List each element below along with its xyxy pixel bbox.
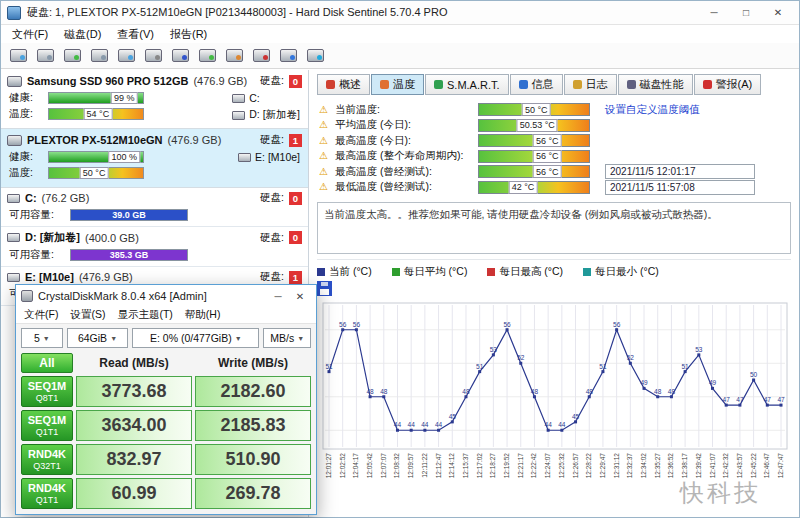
legend-item[interactable]: 每日平均 (°C) [392,265,468,279]
partition-label: D: [新加卷] [249,108,300,122]
tab-log[interactable]: 日志 [564,74,617,95]
health-label: 健康: [9,91,43,105]
health-value: 99 % [111,92,138,104]
titlebar: 硬盘: 1, PLEXTOR PX-512M10eGN [P0213448000… [1,1,799,25]
target-drive-select[interactable]: E: 0% (0/477GiB)▼ [132,328,259,348]
svg-text:12:43:57: 12:43:57 [736,453,743,479]
menu-item[interactable]: 文件(F) [5,26,55,43]
toolbar-button[interactable] [249,45,273,67]
temperature-gauge: 50 °C [478,103,590,116]
temperature-warning-icon: ⚠ [317,105,330,115]
partition-icon [232,94,245,103]
test-size-select[interactable]: 64GiB▼ [67,328,129,348]
toolbar-button[interactable] [6,45,30,67]
save-chart-icon[interactable] [317,281,332,296]
svg-text:12:29:47: 12:29:47 [599,453,606,479]
cdm-menu-item[interactable]: 设置(S) [64,307,111,323]
legend-marker-icon [392,268,400,276]
window-title: 硬盘: 1, PLEXTOR PX-512M10eGN [P0213448000… [27,5,693,20]
legend-item[interactable]: 每日最小 (°C) [583,265,659,279]
volume-header: D: [新加卷](400.0 GB)硬盘:0 [7,230,302,245]
tab-alerts[interactable]: 警报(A) [694,74,762,95]
window-control-button[interactable]: ✕ [763,4,793,22]
volume-capacity: (76.2 GB) [42,192,90,204]
temperature-gauge: 56 °C [478,165,590,178]
toolbar-button[interactable] [222,45,246,67]
test-button-rnd4k-q32t1[interactable]: RND4KQ32T1 [21,444,73,475]
toolbar-button[interactable] [303,45,327,67]
svg-text:12:46:47: 12:46:47 [763,453,770,479]
volume-name: C: [25,192,37,204]
temperature-gauge: 56 °C [478,134,590,147]
legend-item[interactable]: 每日最高 (°C) [487,265,563,279]
temperature-warning-icon: ⚠ [317,151,330,161]
disk-item[interactable]: PLEXTOR PX-512M10eGN(476.9 GB)硬盘:1健康:100… [1,129,308,188]
svg-text:51: 51 [476,363,484,370]
toolbar-button[interactable] [195,45,219,67]
window-control-button[interactable]: ─ [699,4,729,22]
svg-text:12:19:52: 12:19:52 [503,453,510,479]
volume-item[interactable]: C:(76.2 GB)硬盘:0可用容量:39.0 GB [1,188,308,227]
test-queue-thread: Q1T1 [36,495,59,505]
toolbar-button[interactable] [276,45,300,67]
svg-text:12:45:22: 12:45:22 [750,453,757,479]
set-custom-threshold-link[interactable]: 设置自定义温度阈值 [605,103,700,117]
unit-select[interactable]: MB/s▼ [263,328,311,348]
tab-smart[interactable]: S.M.A.R.T. [425,74,509,95]
disk-item[interactable]: Samsung SSD 960 PRO 512GB(476.9 GB)硬盘:0健… [1,70,308,129]
svg-text:12:31:12: 12:31:12 [613,453,620,479]
screen: 硬盘: 1, PLEXTOR PX-512M10eGN [P0213448000… [0,0,800,518]
temperature-date-note: 2021/11/5 12:01:17 [605,164,755,179]
menu-item[interactable]: 查看(V) [110,26,161,43]
tab-label: 概述 [339,77,361,92]
cdm-window-control-button[interactable]: ✕ [289,288,311,304]
volume-item[interactable]: D: [新加卷](400.0 GB)硬盘:0可用容量:385.3 GB [1,227,308,267]
temperature-warning-icon: ⚠ [317,182,330,192]
cdm-window-control-button[interactable]: ─ [267,288,289,304]
tab-info[interactable]: 信息 [510,74,563,95]
toolbar-button[interactable] [114,45,138,67]
test-button-rnd4k-q1t1[interactable]: RND4KQ1T1 [21,478,73,509]
disk-number-badge: 0 [289,192,302,205]
tab-overview[interactable]: 概述 [317,74,370,95]
read-result-cell: 60.99 [76,478,192,509]
temperature-advisory: 当前温度太高。。推荐您如果可能, 请使用硬盘冷却设备 (例如风扇或被动式散热器)… [317,202,791,254]
cdm-menu-item[interactable]: 显示主题(T) [111,307,178,323]
temperature-gauge-value: 42 °C [509,181,538,194]
all-tests-button[interactable]: All [21,353,73,373]
window-control-button[interactable]: □ [731,4,761,22]
tab-label: S.M.A.R.T. [447,79,500,91]
menu-item[interactable]: 磁盘(D) [57,26,108,43]
temperature-gauge-value: 50.53 °C [517,119,558,132]
partition-item[interactable]: D: [新加卷] [232,108,300,122]
test-button-seq1m-q1t1[interactable]: SEQ1MQ1T1 [21,410,73,441]
toolbar-button[interactable] [168,45,192,67]
svg-text:45: 45 [572,413,580,420]
test-count-select[interactable]: 5▼ [21,328,63,348]
legend-item[interactable]: 当前 (°C) [317,265,372,279]
svg-text:12:14:12: 12:14:12 [448,453,455,479]
select-value: MB/s [270,332,294,344]
svg-text:12:38:17: 12:38:17 [681,453,688,479]
svg-text:12:02:52: 12:02:52 [339,453,346,479]
toolbar-button[interactable] [33,45,57,67]
svg-text:56: 56 [339,321,347,328]
crystaldiskmark-window: CrystalDiskMark 8.0.4 x64 [Admin] ─✕ 文件(… [15,284,317,515]
partition-item[interactable]: C: [232,92,300,104]
volume-name: D: [新加卷] [25,230,80,245]
toolbar-button[interactable] [141,45,165,67]
disk-number-badge: 0 [289,231,302,244]
svg-text:51: 51 [599,363,607,370]
tab-temperature[interactable]: 温度 [371,74,424,95]
partition-item[interactable]: E: [M10e] [238,151,300,163]
toolbar-button[interactable] [87,45,111,67]
menu-item[interactable]: 报告(R) [163,26,214,43]
svg-text:12:25:32: 12:25:32 [558,453,565,479]
cdm-menu-item[interactable]: 文件(F) [18,307,64,323]
test-button-seq1m-q8t1[interactable]: SEQ1MQ8T1 [21,376,73,407]
cdm-menu-item[interactable]: 帮助(H) [179,307,227,323]
tab-performance[interactable]: 磁盘性能 [618,74,693,95]
toolbar-button[interactable] [60,45,84,67]
temperature-gauge: 50.53 °C [478,119,590,132]
test-name: RND4K [28,448,66,461]
